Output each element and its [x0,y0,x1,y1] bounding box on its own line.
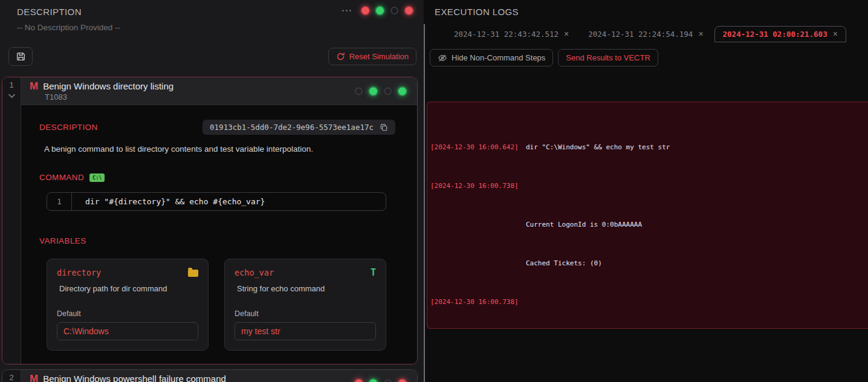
technique-id: T1083 [45,92,407,102]
description-section-label: DESCRIPTION [39,123,98,132]
log-timestamp [430,259,526,268]
log-output: [2024-12-30 16:00.642]dir "C:\Windows" &… [425,82,868,382]
variable-default-input[interactable] [235,322,376,340]
status-dot [398,380,406,382]
execution-log-tab[interactable]: 2024-12-31 02:00:21.603 × [714,26,846,42]
status-dot [384,380,392,382]
test-case-title: Benign Windows powershell failure comman… [43,374,226,382]
log-message: Cached Tickets: (0) [526,259,602,268]
attack-technique-icon: M [30,81,38,91]
status-dot [390,7,398,15]
test-case-index: 1 [9,80,13,89]
tab-timestamp-label: 2024-12-31 22:43:42.512 [454,30,559,39]
command-editor: 1 dir "#{directory}" && echo #{echo_var} [47,192,386,211]
hide-non-command-steps-label: Hide Non-Command Steps [452,53,545,62]
toolbar: Reset Simulation [0,47,424,66]
hide-non-command-steps-button[interactable]: Hide Non-Command Steps [430,49,553,66]
log-line: Current LogonId is 0:0bAAAAAA [430,220,868,230]
tab-timestamp-label: 2024-12-31 02:00:21.603 [723,30,828,39]
status-dot [355,380,363,382]
variable-card: echo_var T String for echo command Defau… [224,259,386,351]
cmd-shell-badge: C:\ [89,173,105,182]
test-case-status-dots [355,87,406,95]
log-timestamp: [2024-12-30 16:00.738] [430,181,526,191]
test-case-description: A benign command to list directory conte… [44,144,395,154]
variable-name: directory [57,268,101,277]
execution-logs-panel: EXECUTION LOGS 2024-12-31 22:43:42.512 ×… [425,0,868,382]
log-lines-block: [2024-12-30 16:00.762]Write-Host 'Prereq… [427,351,868,382]
log-line: Cached Tickets: (0) [430,259,868,268]
status-dot-group [361,7,413,15]
variable-card: directory Directory path for dir command… [47,259,209,351]
log-timestamp [430,220,526,230]
execution-logs-title: EXECUTION LOGS [435,7,519,17]
test-case-card-2: 2 M Benign Windows powershell failure co… [2,369,418,382]
test-case-uuid: 01913cb1-5dd0-7de2-9e96-5573ee1ae17c [210,123,374,132]
no-description-text: -- No Description Provided -- [17,23,407,32]
test-case-card-1: 1 M Benign Windows directory listing T10… [2,77,418,364]
description-panel-header: DESCRIPTION [0,0,424,17]
status-dot-group [355,380,406,382]
execution-log-tab[interactable]: 2024-12-31 22:43:42.512 × [445,26,577,42]
test-case-title: Benign Windows directory listing [43,81,173,91]
text-type-icon: T [371,268,376,277]
command-section-label: COMMAND [39,173,84,182]
test-case-index: 2 [9,373,13,382]
line-number: 1 [47,193,72,210]
chevron-down-icon[interactable] [8,93,16,99]
status-dot [398,87,406,95]
default-label: Default [57,309,198,318]
send-results-to-vectr-label: Send Results to VECTR [566,53,650,62]
variable-description: String for echo command [237,284,376,293]
status-dot [369,380,377,382]
test-case-2-expand-handle[interactable]: 2 [2,370,21,382]
test-case-uuid-box: 01913cb1-5dd0-7de2-9e96-5573ee1ae17c [202,120,395,135]
status-dot [405,7,413,15]
status-dot [369,87,377,95]
overall-status-dots [342,7,413,15]
folder-icon [188,270,198,277]
close-icon[interactable]: × [833,30,838,38]
status-dot [355,87,363,95]
description-panel: DESCRIPTION -- No Description Provided -… [0,0,424,382]
log-message: Current LogonId is 0:0bAAAAAA [526,220,642,230]
log-message: dir "C:\Windows" && echo my test str [526,143,670,152]
status-dot [384,87,392,95]
test-case-1-collapse-handle[interactable]: 1 [2,77,21,364]
status-dot [361,7,369,15]
status-dot [376,7,384,15]
close-icon[interactable]: × [698,30,703,38]
log-line: [2024-12-30 16:00.738] [430,181,868,191]
save-icon [16,51,26,62]
close-icon[interactable]: × [564,30,569,38]
test-case-1-body: DESCRIPTION 01913cb1-5dd0-7de2-9e96-5573… [21,105,417,364]
save-button[interactable] [8,47,33,66]
test-case-1-header[interactable]: M Benign Windows directory listing T1083 [21,77,417,105]
log-timestamp: [2024-12-30 16:00.642] [430,143,526,152]
tab-timestamp-label: 2024-12-31 22:24:54.194 [588,30,693,39]
description-panel-title: DESCRIPTION [17,7,82,17]
ellipsis-menu-icon[interactable] [342,10,351,11]
variable-name: echo_var [235,268,274,277]
execution-log-tab[interactable]: 2024-12-31 22:24:54.194 × [580,26,711,42]
test-case-status-dots [335,380,406,382]
log-timestamp: [2024-12-30 16:00.738] [430,297,526,307]
reset-simulation-label: Reset Simulation [349,52,409,61]
log-actions: Hide Non-Command Steps Send Results to V… [425,49,868,66]
variable-description: Directory path for dir command [59,284,198,293]
log-line: [2024-12-30 16:00.642]dir "C:\Windows" &… [430,143,868,152]
highlighted-log-block: [2024-12-30 16:00.642]dir "C:\Windows" &… [427,102,868,329]
attack-technique-icon: M [30,374,38,382]
variables-list: directory Directory path for dir command… [47,259,395,351]
test-case-2-header[interactable]: M Benign Windows powershell failure comm… [21,370,417,382]
eye-off-icon [438,53,447,63]
reset-simulation-button[interactable]: Reset Simulation [328,48,416,65]
copy-icon[interactable] [380,123,388,132]
log-line: [2024-12-30 16:00.738] [430,297,868,307]
log-tabs: 2024-12-31 22:43:42.512 × 2024-12-31 22:… [425,25,868,42]
send-results-to-vectr-button[interactable]: Send Results to VECTR [558,49,658,66]
variables-section-label: VARIABLES [39,236,395,245]
variable-default-input[interactable] [57,322,198,340]
command-text[interactable]: dir "#{directory}" && echo #{echo_var} [72,193,265,210]
default-label: Default [235,309,376,318]
